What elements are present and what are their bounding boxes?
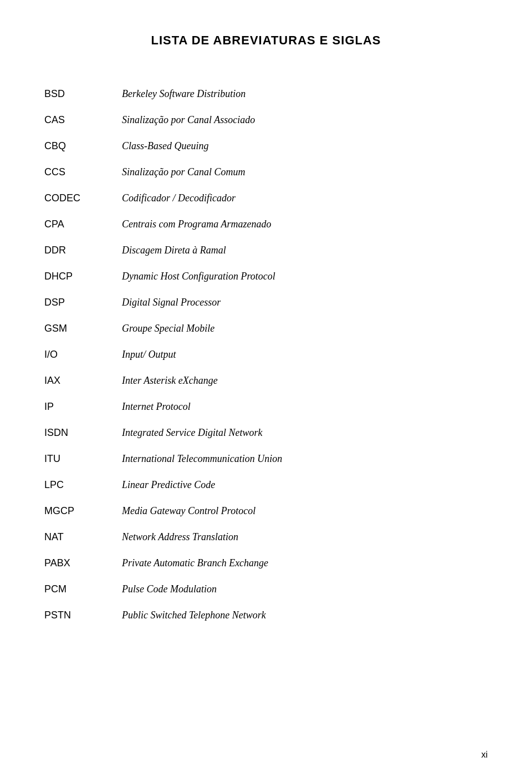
table-row: MGCPMedia Gateway Control Protocol — [44, 498, 488, 524]
abbreviation-cell: PCM — [44, 576, 122, 602]
abbreviation-cell: IP — [44, 394, 122, 420]
abbreviation-cell: ISDN — [44, 420, 122, 446]
abbreviation-cell: DSP — [44, 290, 122, 316]
definition-cell: Pulse Code Modulation — [122, 576, 488, 602]
definition-cell: Linear Predictive Code — [122, 472, 488, 498]
abbreviation-cell: BSD — [44, 81, 122, 107]
abbreviation-cell: ITU — [44, 446, 122, 472]
table-row: I/OInput/ Output — [44, 342, 488, 368]
definition-cell: Dynamic Host Configuration Protocol — [122, 263, 488, 290]
page-title: LISTA DE ABREVIATURAS E SIGLAS — [44, 33, 488, 48]
table-row: CASSinalização por Canal Associado — [44, 107, 488, 133]
definition-cell: Network Address Translation — [122, 524, 488, 550]
abbreviation-cell: LPC — [44, 472, 122, 498]
table-row: IAXInter Asterisk eXchange — [44, 368, 488, 394]
definition-cell: Media Gateway Control Protocol — [122, 498, 488, 524]
definition-cell: Internet Protocol — [122, 394, 488, 420]
definition-cell: Digital Signal Processor — [122, 290, 488, 316]
abbreviation-cell: DHCP — [44, 263, 122, 290]
table-row: DDRDiscagem Direta à Ramal — [44, 237, 488, 263]
definition-cell: Public Switched Telephone Network — [122, 602, 488, 628]
definition-cell: Input/ Output — [122, 342, 488, 368]
table-row: CBQClass-Based Queuing — [44, 133, 488, 159]
table-row: PSTNPublic Switched Telephone Network — [44, 602, 488, 628]
definition-cell: Integrated Service Digital Network — [122, 420, 488, 446]
table-row: IPInternet Protocol — [44, 394, 488, 420]
table-row: ISDNIntegrated Service Digital Network — [44, 420, 488, 446]
definition-cell: Discagem Direta à Ramal — [122, 237, 488, 263]
abbreviation-cell: PSTN — [44, 602, 122, 628]
abbreviation-cell: PABX — [44, 550, 122, 576]
table-row: CODECCodificador / Decodificador — [44, 185, 488, 211]
definition-cell: International Telecommunication Union — [122, 446, 488, 472]
abbreviation-cell: DDR — [44, 237, 122, 263]
abbreviation-cell: CAS — [44, 107, 122, 133]
definition-cell: Centrais com Programa Armazenado — [122, 211, 488, 237]
abbreviation-cell: CBQ — [44, 133, 122, 159]
table-row: GSMGroupe Special Mobile — [44, 316, 488, 342]
abbreviation-cell: NAT — [44, 524, 122, 550]
definition-cell: Inter Asterisk eXchange — [122, 368, 488, 394]
definition-cell: Sinalização por Canal Associado — [122, 107, 488, 133]
table-row: NATNetwork Address Translation — [44, 524, 488, 550]
table-row: LPCLinear Predictive Code — [44, 472, 488, 498]
table-row: PABXPrivate Automatic Branch Exchange — [44, 550, 488, 576]
abbreviation-cell: CODEC — [44, 185, 122, 211]
abbreviation-cell: I/O — [44, 342, 122, 368]
abbreviation-cell: GSM — [44, 316, 122, 342]
definition-cell: Codificador / Decodificador — [122, 185, 488, 211]
page-number: xi — [481, 750, 488, 760]
definition-cell: Groupe Special Mobile — [122, 316, 488, 342]
definition-cell: Private Automatic Branch Exchange — [122, 550, 488, 576]
table-row: PCMPulse Code Modulation — [44, 576, 488, 602]
table-row: CPACentrais com Programa Armazenado — [44, 211, 488, 237]
definition-cell: Class-Based Queuing — [122, 133, 488, 159]
table-row: ITUInternational Telecommunication Union — [44, 446, 488, 472]
table-row: DHCPDynamic Host Configuration Protocol — [44, 263, 488, 290]
abbreviation-cell: CPA — [44, 211, 122, 237]
abbreviation-cell: IAX — [44, 368, 122, 394]
abbreviations-table: BSDBerkeley Software DistributionCASSina… — [44, 81, 488, 628]
definition-cell: Berkeley Software Distribution — [122, 81, 488, 107]
table-row: BSDBerkeley Software Distribution — [44, 81, 488, 107]
abbreviation-cell: CCS — [44, 159, 122, 185]
definition-cell: Sinalização por Canal Comum — [122, 159, 488, 185]
abbreviation-cell: MGCP — [44, 498, 122, 524]
table-row: DSPDigital Signal Processor — [44, 290, 488, 316]
table-row: CCSSinalização por Canal Comum — [44, 159, 488, 185]
